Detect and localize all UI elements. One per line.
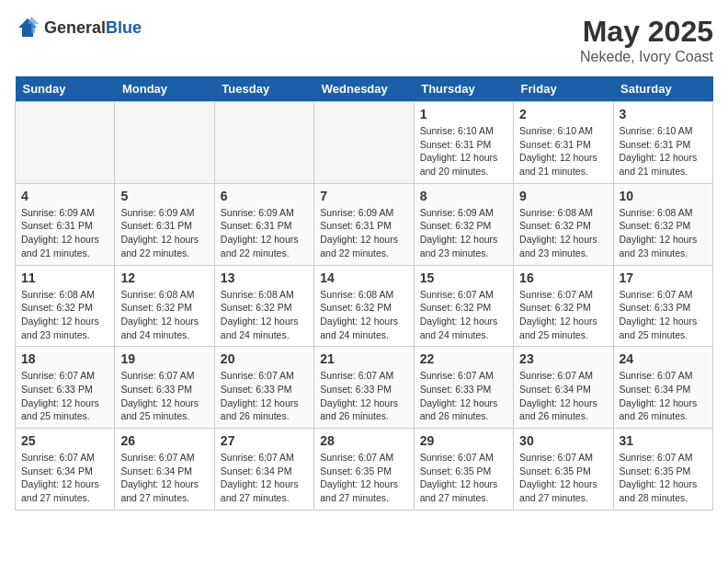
day-info: Sunrise: 6:08 AM Sunset: 6:32 PM Dayligh… <box>21 288 108 342</box>
calendar-cell: 11Sunrise: 6:08 AM Sunset: 6:32 PM Dayli… <box>16 265 115 347</box>
day-info: Sunrise: 6:08 AM Sunset: 6:32 PM Dayligh… <box>320 288 407 342</box>
page-header: GeneralBlue May 2025 Nekede, Ivory Coast <box>15 15 713 65</box>
header-friday: Friday <box>514 76 613 102</box>
day-number: 19 <box>120 351 208 366</box>
day-info: Sunrise: 6:07 AM Sunset: 6:35 PM Dayligh… <box>320 451 407 505</box>
calendar-cell: 4Sunrise: 6:09 AM Sunset: 6:31 PM Daylig… <box>16 183 115 265</box>
day-info: Sunrise: 6:08 AM Sunset: 6:32 PM Dayligh… <box>221 288 308 342</box>
day-number: 1 <box>420 107 507 121</box>
day-number: 28 <box>320 433 407 448</box>
day-info: Sunrise: 6:07 AM Sunset: 6:35 PM Dayligh… <box>620 451 707 505</box>
calendar-cell: 24Sunrise: 6:07 AM Sunset: 6:34 PM Dayli… <box>613 347 712 429</box>
day-number: 13 <box>221 270 308 285</box>
calendar-cell: 3Sunrise: 6:10 AM Sunset: 6:31 PM Daylig… <box>613 102 712 184</box>
logo-text: GeneralBlue <box>44 18 142 38</box>
calendar-cell: 16Sunrise: 6:07 AM Sunset: 6:32 PM Dayli… <box>514 265 613 347</box>
day-info: Sunrise: 6:08 AM Sunset: 6:32 PM Dayligh… <box>519 206 607 260</box>
day-info: Sunrise: 6:07 AM Sunset: 6:34 PM Dayligh… <box>21 451 108 505</box>
calendar-cell <box>214 102 313 184</box>
day-number: 23 <box>519 351 607 366</box>
calendar-cell: 31Sunrise: 6:07 AM Sunset: 6:35 PM Dayli… <box>613 429 712 511</box>
calendar-cell: 28Sunrise: 6:07 AM Sunset: 6:35 PM Dayli… <box>314 429 414 511</box>
calendar-cell: 20Sunrise: 6:07 AM Sunset: 6:33 PM Dayli… <box>214 347 313 429</box>
calendar-cell <box>314 102 414 184</box>
header-thursday: Thursday <box>414 76 513 102</box>
day-info: Sunrise: 6:07 AM Sunset: 6:33 PM Dayligh… <box>420 369 507 423</box>
calendar-cell: 23Sunrise: 6:07 AM Sunset: 6:34 PM Dayli… <box>514 347 613 429</box>
day-number: 31 <box>620 433 707 448</box>
day-info: Sunrise: 6:10 AM Sunset: 6:31 PM Dayligh… <box>420 124 507 178</box>
day-number: 6 <box>221 189 308 203</box>
day-info: Sunrise: 6:07 AM Sunset: 6:33 PM Dayligh… <box>620 288 707 342</box>
calendar-cell: 5Sunrise: 6:09 AM Sunset: 6:31 PM Daylig… <box>115 183 214 265</box>
location-title: Nekede, Ivory Coast <box>580 49 713 65</box>
calendar-cell: 21Sunrise: 6:07 AM Sunset: 6:33 PM Dayli… <box>314 347 414 429</box>
day-number: 24 <box>620 351 707 366</box>
calendar-cell: 19Sunrise: 6:07 AM Sunset: 6:33 PM Dayli… <box>115 347 214 429</box>
header-wednesday: Wednesday <box>314 76 414 102</box>
day-info: Sunrise: 6:07 AM Sunset: 6:34 PM Dayligh… <box>221 451 308 505</box>
day-info: Sunrise: 6:09 AM Sunset: 6:32 PM Dayligh… <box>420 206 507 260</box>
day-info: Sunrise: 6:07 AM Sunset: 6:34 PM Dayligh… <box>519 369 607 423</box>
day-number: 10 <box>620 189 707 203</box>
calendar-cell: 17Sunrise: 6:07 AM Sunset: 6:33 PM Dayli… <box>613 265 712 347</box>
calendar-cell: 12Sunrise: 6:08 AM Sunset: 6:32 PM Dayli… <box>115 265 214 347</box>
day-info: Sunrise: 6:08 AM Sunset: 6:32 PM Dayligh… <box>120 288 208 342</box>
day-info: Sunrise: 6:07 AM Sunset: 6:33 PM Dayligh… <box>221 369 308 423</box>
header-tuesday: Tuesday <box>214 76 313 102</box>
calendar-week-4: 18Sunrise: 6:07 AM Sunset: 6:33 PM Dayli… <box>16 347 713 429</box>
calendar-cell: 7Sunrise: 6:09 AM Sunset: 6:31 PM Daylig… <box>314 183 414 265</box>
day-number: 5 <box>120 189 208 203</box>
day-number: 26 <box>120 433 208 448</box>
calendar-cell: 22Sunrise: 6:07 AM Sunset: 6:33 PM Dayli… <box>414 347 513 429</box>
calendar-cell: 8Sunrise: 6:09 AM Sunset: 6:32 PM Daylig… <box>414 183 513 265</box>
day-info: Sunrise: 6:08 AM Sunset: 6:32 PM Dayligh… <box>620 206 707 260</box>
calendar-header-row: SundayMondayTuesdayWednesdayThursdayFrid… <box>16 76 713 102</box>
calendar-cell: 27Sunrise: 6:07 AM Sunset: 6:34 PM Dayli… <box>214 429 313 511</box>
day-number: 18 <box>21 351 108 366</box>
day-number: 11 <box>21 270 108 285</box>
month-title: May 2025 <box>580 15 713 49</box>
day-info: Sunrise: 6:07 AM Sunset: 6:34 PM Dayligh… <box>120 451 208 505</box>
day-number: 21 <box>320 351 407 366</box>
day-number: 3 <box>620 107 707 121</box>
calendar-cell: 10Sunrise: 6:08 AM Sunset: 6:32 PM Dayli… <box>613 183 712 265</box>
day-number: 20 <box>221 351 308 366</box>
calendar-cell: 9Sunrise: 6:08 AM Sunset: 6:32 PM Daylig… <box>514 183 613 265</box>
day-info: Sunrise: 6:07 AM Sunset: 6:34 PM Dayligh… <box>620 369 707 423</box>
day-number: 15 <box>420 270 507 285</box>
day-info: Sunrise: 6:10 AM Sunset: 6:31 PM Dayligh… <box>620 124 707 178</box>
title-block: May 2025 Nekede, Ivory Coast <box>580 15 713 65</box>
day-info: Sunrise: 6:07 AM Sunset: 6:35 PM Dayligh… <box>519 451 607 505</box>
logo-icon <box>15 15 40 40</box>
day-info: Sunrise: 6:09 AM Sunset: 6:31 PM Dayligh… <box>221 206 308 260</box>
day-number: 29 <box>420 433 507 448</box>
logo-general: General <box>44 18 106 37</box>
day-info: Sunrise: 6:09 AM Sunset: 6:31 PM Dayligh… <box>21 206 108 260</box>
day-info: Sunrise: 6:07 AM Sunset: 6:35 PM Dayligh… <box>420 451 507 505</box>
calendar-week-2: 4Sunrise: 6:09 AM Sunset: 6:31 PM Daylig… <box>16 183 713 265</box>
calendar-week-3: 11Sunrise: 6:08 AM Sunset: 6:32 PM Dayli… <box>16 265 713 347</box>
day-info: Sunrise: 6:09 AM Sunset: 6:31 PM Dayligh… <box>120 206 208 260</box>
day-number: 4 <box>21 189 108 203</box>
logo: GeneralBlue <box>15 15 142 40</box>
day-info: Sunrise: 6:10 AM Sunset: 6:31 PM Dayligh… <box>519 124 607 178</box>
day-number: 12 <box>120 270 208 285</box>
calendar-cell: 25Sunrise: 6:07 AM Sunset: 6:34 PM Dayli… <box>16 429 115 511</box>
calendar-cell <box>115 102 214 184</box>
calendar-cell: 18Sunrise: 6:07 AM Sunset: 6:33 PM Dayli… <box>16 347 115 429</box>
calendar-week-1: 1Sunrise: 6:10 AM Sunset: 6:31 PM Daylig… <box>16 102 713 184</box>
header-monday: Monday <box>115 76 214 102</box>
day-number: 17 <box>620 270 707 285</box>
day-number: 14 <box>320 270 407 285</box>
calendar-cell <box>16 102 115 184</box>
calendar-cell: 30Sunrise: 6:07 AM Sunset: 6:35 PM Dayli… <box>514 429 613 511</box>
day-info: Sunrise: 6:09 AM Sunset: 6:31 PM Dayligh… <box>320 206 407 260</box>
day-info: Sunrise: 6:07 AM Sunset: 6:32 PM Dayligh… <box>519 288 607 342</box>
day-number: 7 <box>320 189 407 203</box>
calendar-cell: 2Sunrise: 6:10 AM Sunset: 6:31 PM Daylig… <box>514 102 613 184</box>
day-info: Sunrise: 6:07 AM Sunset: 6:33 PM Dayligh… <box>320 369 407 423</box>
day-info: Sunrise: 6:07 AM Sunset: 6:32 PM Dayligh… <box>420 288 507 342</box>
day-number: 22 <box>420 351 507 366</box>
day-number: 27 <box>221 433 308 448</box>
